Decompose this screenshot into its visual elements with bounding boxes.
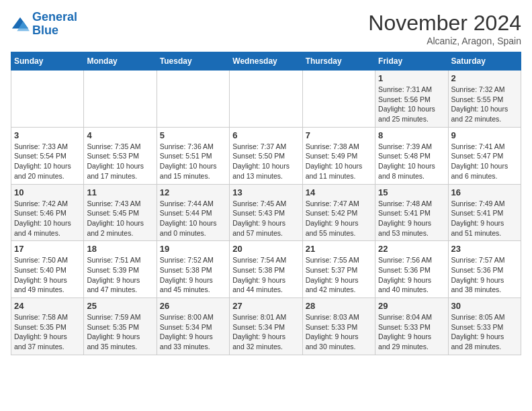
calendar-cell: 7Sunrise: 7:38 AM Sunset: 5:49 PM Daylig… [302,127,375,184]
day-info: Sunrise: 7:43 AM Sunset: 5:45 PM Dayligh… [87,199,153,238]
day-info: Sunrise: 8:00 AM Sunset: 5:34 PM Dayligh… [160,312,226,352]
title-block: November 2024 Alcaniz, Aragon, Spain [368,11,521,46]
day-info: Sunrise: 7:59 AM Sunset: 5:35 PM Dayligh… [87,312,153,352]
calendar-cell [84,71,157,128]
page-header: General Blue November 2024 Alcaniz, Arag… [11,11,521,46]
calendar-cell: 25Sunrise: 7:59 AM Sunset: 5:35 PM Dayli… [84,298,157,355]
day-number: 29 [378,301,445,311]
day-info: Sunrise: 8:01 AM Sunset: 5:34 PM Dayligh… [232,312,299,352]
calendar-cell [11,71,84,128]
day-number: 4 [87,130,153,140]
calendar-week-row: 10Sunrise: 7:42 AM Sunset: 5:46 PM Dayli… [11,184,521,241]
calendar-cell: 30Sunrise: 8:05 AM Sunset: 5:33 PM Dayli… [448,298,521,355]
location: Alcaniz, Aragon, Spain [368,36,521,46]
calendar-cell: 5Sunrise: 7:36 AM Sunset: 5:51 PM Daylig… [157,127,229,184]
day-number: 19 [160,244,226,254]
day-number: 18 [87,244,153,254]
day-number: 13 [232,187,299,197]
calendar-cell: 2Sunrise: 7:32 AM Sunset: 5:55 PM Daylig… [448,71,521,128]
day-info: Sunrise: 7:38 AM Sunset: 5:49 PM Dayligh… [306,142,372,181]
day-number: 6 [232,130,299,140]
calendar-cell: 29Sunrise: 8:04 AM Sunset: 5:33 PM Dayli… [375,298,448,355]
calendar-cell: 21Sunrise: 7:55 AM Sunset: 5:37 PM Dayli… [302,241,375,298]
day-number: 8 [378,130,445,140]
day-number: 23 [451,244,518,254]
day-number: 20 [232,244,299,254]
day-number: 26 [160,301,226,311]
day-number: 3 [14,130,81,140]
calendar-cell: 24Sunrise: 7:58 AM Sunset: 5:35 PM Dayli… [11,298,84,355]
logo-line2: Blue [32,24,58,37]
day-info: Sunrise: 8:03 AM Sunset: 5:33 PM Dayligh… [306,312,372,352]
day-number: 21 [306,244,372,254]
day-info: Sunrise: 7:57 AM Sunset: 5:36 PM Dayligh… [451,255,518,295]
day-info: Sunrise: 7:56 AM Sunset: 5:36 PM Dayligh… [378,255,445,295]
calendar-cell: 15Sunrise: 7:48 AM Sunset: 5:41 PM Dayli… [375,184,448,241]
calendar-cell: 20Sunrise: 7:54 AM Sunset: 5:38 PM Dayli… [230,241,302,298]
day-info: Sunrise: 7:49 AM Sunset: 5:41 PM Dayligh… [451,199,518,238]
day-number: 24 [14,301,81,311]
calendar-cell: 8Sunrise: 7:39 AM Sunset: 5:48 PM Daylig… [375,127,448,184]
day-info: Sunrise: 7:55 AM Sunset: 5:37 PM Dayligh… [306,255,372,295]
weekday-header-tuesday: Tuesday [157,52,229,71]
calendar-cell: 14Sunrise: 7:47 AM Sunset: 5:42 PM Dayli… [302,184,375,241]
calendar-cell: 9Sunrise: 7:41 AM Sunset: 5:47 PM Daylig… [448,127,521,184]
calendar-cell: 28Sunrise: 8:03 AM Sunset: 5:33 PM Dayli… [302,298,375,355]
logo-line1: General [32,10,77,24]
logo-icon [11,15,30,34]
day-number: 30 [451,301,518,311]
calendar-cell: 17Sunrise: 7:50 AM Sunset: 5:40 PM Dayli… [11,241,84,298]
day-info: Sunrise: 8:04 AM Sunset: 5:33 PM Dayligh… [378,312,445,352]
calendar-week-row: 24Sunrise: 7:58 AM Sunset: 5:35 PM Dayli… [11,298,521,355]
calendar-cell: 22Sunrise: 7:56 AM Sunset: 5:36 PM Dayli… [375,241,448,298]
day-info: Sunrise: 7:31 AM Sunset: 5:56 PM Dayligh… [378,85,445,124]
day-info: Sunrise: 7:45 AM Sunset: 5:43 PM Dayligh… [232,199,299,238]
day-number: 12 [160,187,226,197]
weekday-header-thursday: Thursday [302,52,375,71]
month-title: November 2024 [368,11,521,36]
logo-text: General Blue [32,11,77,38]
logo: General Blue [11,11,77,38]
day-info: Sunrise: 7:54 AM Sunset: 5:38 PM Dayligh… [232,255,299,295]
calendar-cell: 27Sunrise: 8:01 AM Sunset: 5:34 PM Dayli… [230,298,302,355]
calendar-cell: 19Sunrise: 7:52 AM Sunset: 5:38 PM Dayli… [157,241,229,298]
day-number: 1 [378,73,445,83]
day-number: 16 [451,187,518,197]
day-info: Sunrise: 7:48 AM Sunset: 5:41 PM Dayligh… [378,199,445,238]
day-number: 11 [87,187,153,197]
calendar-week-row: 3Sunrise: 7:33 AM Sunset: 5:54 PM Daylig… [11,127,521,184]
calendar-cell: 3Sunrise: 7:33 AM Sunset: 5:54 PM Daylig… [11,127,84,184]
calendar-cell: 26Sunrise: 8:00 AM Sunset: 5:34 PM Dayli… [157,298,229,355]
day-info: Sunrise: 7:58 AM Sunset: 5:35 PM Dayligh… [14,312,81,352]
day-number: 25 [87,301,153,311]
weekday-header-friday: Friday [375,52,448,71]
calendar-cell [230,71,302,128]
calendar-table: SundayMondayTuesdayWednesdayThursdayFrid… [11,52,521,355]
day-info: Sunrise: 7:50 AM Sunset: 5:40 PM Dayligh… [14,255,81,295]
weekday-header-monday: Monday [84,52,157,71]
day-number: 27 [232,301,299,311]
day-number: 28 [306,301,372,311]
day-info: Sunrise: 7:39 AM Sunset: 5:48 PM Dayligh… [378,142,445,181]
day-info: Sunrise: 7:47 AM Sunset: 5:42 PM Dayligh… [306,199,372,238]
day-info: Sunrise: 7:42 AM Sunset: 5:46 PM Dayligh… [14,199,81,238]
calendar-cell: 13Sunrise: 7:45 AM Sunset: 5:43 PM Dayli… [230,184,302,241]
calendar-cell: 12Sunrise: 7:44 AM Sunset: 5:44 PM Dayli… [157,184,229,241]
weekday-header-sunday: Sunday [11,52,84,71]
day-number: 15 [378,187,445,197]
day-info: Sunrise: 7:36 AM Sunset: 5:51 PM Dayligh… [160,142,226,181]
calendar-cell [157,71,229,128]
day-info: Sunrise: 8:05 AM Sunset: 5:33 PM Dayligh… [451,312,518,352]
weekday-header-saturday: Saturday [448,52,521,71]
day-info: Sunrise: 7:44 AM Sunset: 5:44 PM Dayligh… [160,199,226,238]
calendar-cell: 11Sunrise: 7:43 AM Sunset: 5:45 PM Dayli… [84,184,157,241]
day-number: 10 [14,187,81,197]
day-info: Sunrise: 7:37 AM Sunset: 5:50 PM Dayligh… [232,142,299,181]
day-number: 22 [378,244,445,254]
day-number: 17 [14,244,81,254]
calendar-cell [302,71,375,128]
calendar-cell: 4Sunrise: 7:35 AM Sunset: 5:53 PM Daylig… [84,127,157,184]
calendar-cell: 6Sunrise: 7:37 AM Sunset: 5:50 PM Daylig… [230,127,302,184]
day-number: 5 [160,130,226,140]
day-info: Sunrise: 7:32 AM Sunset: 5:55 PM Dayligh… [451,85,518,124]
